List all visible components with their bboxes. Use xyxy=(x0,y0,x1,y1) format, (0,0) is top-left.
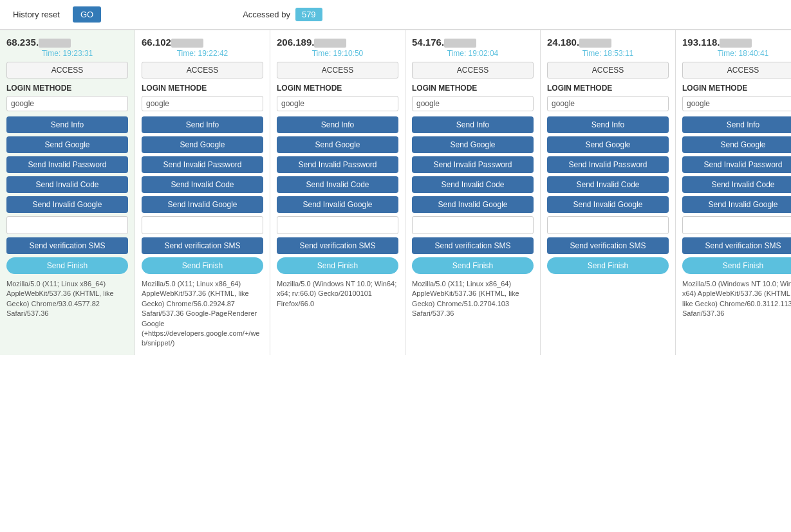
send-verification-sms-button-5[interactable]: Send verification SMS xyxy=(682,237,791,254)
access-button-3[interactable]: ACCESS xyxy=(412,62,534,78)
ip-address-0: 68.235. xyxy=(6,37,128,48)
send-invalid-code-button-1[interactable]: Send Invalid Code xyxy=(142,176,263,193)
send-verification-sms-button-4[interactable]: Send verification SMS xyxy=(547,237,669,254)
ip-blur-5 xyxy=(720,39,752,48)
send-google-button-3[interactable]: Send Google xyxy=(412,136,534,153)
ip-blur-1 xyxy=(171,39,203,48)
send-google-button-4[interactable]: Send Google xyxy=(547,136,669,153)
column-1: 66.102 Time: 19:22:42 ACCESS LOGIN METHO… xyxy=(135,30,270,355)
send-info-button-2[interactable]: Send Info xyxy=(277,116,398,133)
send-invalid-password-button-4[interactable]: Send Invalid Password xyxy=(547,156,669,173)
send-google-button-0[interactable]: Send Google xyxy=(6,136,128,153)
user-agent-0: Mozilla/5.0 (X11; Linux x86_64) AppleWeb… xyxy=(6,279,128,319)
send-verification-sms-button-0[interactable]: Send verification SMS xyxy=(6,237,128,254)
ip-blur-2 xyxy=(314,39,346,48)
section-label-2: LOGIN METHODE xyxy=(277,84,398,93)
column-0: 68.235. Time: 19:23:31 ACCESS LOGIN METH… xyxy=(0,30,135,355)
method-input-1[interactable] xyxy=(142,96,263,111)
time-text-2: Time: 19:10:50 xyxy=(277,49,398,58)
send-finish-button-2[interactable]: Send Finish xyxy=(277,257,398,274)
access-button-0[interactable]: ACCESS xyxy=(6,62,128,78)
send-verification-sms-button-2[interactable]: Send verification SMS xyxy=(277,237,398,254)
send-info-button-0[interactable]: Send Info xyxy=(6,116,128,133)
send-invalid-code-button-3[interactable]: Send Invalid Code xyxy=(412,176,534,193)
time-text-5: Time: 18:40:41 xyxy=(682,49,791,58)
send-verification-sms-button-3[interactable]: Send verification SMS xyxy=(412,237,534,254)
method-input-4[interactable] xyxy=(547,96,669,111)
access-button-5[interactable]: ACCESS xyxy=(682,62,791,78)
user-agent-3: Mozilla/5.0 (X11; Linux x86_64) AppleWeb… xyxy=(412,279,534,319)
accessed-section: Accessed by 579 xyxy=(243,8,322,21)
method-input-0[interactable] xyxy=(6,96,128,111)
send-info-button-5[interactable]: Send Info xyxy=(682,116,791,133)
send-invalid-code-button-2[interactable]: Send Invalid Code xyxy=(277,176,398,193)
history-reset-label: History reset xyxy=(13,10,60,19)
send-finish-button-5[interactable]: Send Finish xyxy=(682,257,791,274)
user-agent-1: Mozilla/5.0 (X11; Linux x86_64) AppleWeb… xyxy=(142,279,263,349)
columns-container: 68.235. Time: 19:23:31 ACCESS LOGIN METH… xyxy=(0,30,791,355)
access-button-2[interactable]: ACCESS xyxy=(277,62,398,78)
sms-input-3[interactable] xyxy=(412,216,534,234)
go-button[interactable]: GO xyxy=(73,6,101,23)
user-agent-5: Mozilla/5.0 (Windows NT 10.0; Win64; x64… xyxy=(682,279,791,319)
ip-address-2: 206.189. xyxy=(277,37,398,48)
accessed-by-label: Accessed by xyxy=(243,10,290,19)
section-label-5: LOGIN METHODE xyxy=(682,84,791,93)
time-text-1: Time: 19:22:42 xyxy=(142,49,263,58)
method-input-2[interactable] xyxy=(277,96,398,111)
access-button-4[interactable]: ACCESS xyxy=(547,62,669,78)
column-2: 206.189. Time: 19:10:50 ACCESS LOGIN MET… xyxy=(270,30,405,355)
sms-input-0[interactable] xyxy=(6,216,128,234)
ip-address-4: 24.180. xyxy=(547,37,669,48)
ip-blur-4 xyxy=(579,39,611,48)
column-4: 24.180. Time: 18:53:11 ACCESS LOGIN METH… xyxy=(541,30,676,355)
ip-address-1: 66.102 xyxy=(142,37,263,48)
time-text-0: Time: 19:23:31 xyxy=(6,49,128,58)
column-3: 54.176. Time: 19:02:04 ACCESS LOGIN METH… xyxy=(405,30,541,355)
sms-input-5[interactable] xyxy=(682,216,791,234)
ip-address-5: 193.118. xyxy=(682,37,791,48)
send-finish-button-3[interactable]: Send Finish xyxy=(412,257,534,274)
send-invalid-password-button-5[interactable]: Send Invalid Password xyxy=(682,156,791,173)
time-text-4: Time: 18:53:11 xyxy=(547,49,669,58)
send-finish-button-0[interactable]: Send Finish xyxy=(6,257,128,274)
top-bar: History reset GO Accessed by 579 xyxy=(0,0,791,30)
send-google-button-1[interactable]: Send Google xyxy=(142,136,263,153)
send-info-button-4[interactable]: Send Info xyxy=(547,116,669,133)
column-5: 193.118. Time: 18:40:41 ACCESS LOGIN MET… xyxy=(676,30,791,355)
send-google-button-5[interactable]: Send Google xyxy=(682,136,791,153)
sms-input-2[interactable] xyxy=(277,216,398,234)
send-invalid-password-button-0[interactable]: Send Invalid Password xyxy=(6,156,128,173)
send-invalid-google-button-5[interactable]: Send Invalid Google xyxy=(682,196,791,213)
send-invalid-password-button-3[interactable]: Send Invalid Password xyxy=(412,156,534,173)
sms-input-4[interactable] xyxy=(547,216,669,234)
send-invalid-code-button-5[interactable]: Send Invalid Code xyxy=(682,176,791,193)
send-invalid-code-button-4[interactable]: Send Invalid Code xyxy=(547,176,669,193)
section-label-4: LOGIN METHODE xyxy=(547,84,669,93)
sms-input-1[interactable] xyxy=(142,216,263,234)
method-input-5[interactable] xyxy=(682,96,791,111)
send-finish-button-1[interactable]: Send Finish xyxy=(142,257,263,274)
send-invalid-google-button-2[interactable]: Send Invalid Google xyxy=(277,196,398,213)
ip-blur-3 xyxy=(444,39,476,48)
send-invalid-google-button-4[interactable]: Send Invalid Google xyxy=(547,196,669,213)
send-info-button-3[interactable]: Send Info xyxy=(412,116,534,133)
send-invalid-password-button-1[interactable]: Send Invalid Password xyxy=(142,156,263,173)
accessed-badge: 579 xyxy=(295,8,322,21)
send-invalid-password-button-2[interactable]: Send Invalid Password xyxy=(277,156,398,173)
ip-address-3: 54.176. xyxy=(412,37,534,48)
send-invalid-google-button-0[interactable]: Send Invalid Google xyxy=(6,196,128,213)
send-invalid-google-button-3[interactable]: Send Invalid Google xyxy=(412,196,534,213)
section-label-1: LOGIN METHODE xyxy=(142,84,263,93)
send-invalid-google-button-1[interactable]: Send Invalid Google xyxy=(142,196,263,213)
send-google-button-2[interactable]: Send Google xyxy=(277,136,398,153)
access-button-1[interactable]: ACCESS xyxy=(142,62,263,78)
ip-blur-0 xyxy=(39,39,71,48)
send-verification-sms-button-1[interactable]: Send verification SMS xyxy=(142,237,263,254)
section-label-3: LOGIN METHODE xyxy=(412,84,534,93)
method-input-3[interactable] xyxy=(412,96,534,111)
send-info-button-1[interactable]: Send Info xyxy=(142,116,263,133)
user-agent-2: Mozilla/5.0 (Windows NT 10.0; Win64; x64… xyxy=(277,279,398,309)
send-finish-button-4[interactable]: Send Finish xyxy=(547,257,669,274)
send-invalid-code-button-0[interactable]: Send Invalid Code xyxy=(6,176,128,193)
